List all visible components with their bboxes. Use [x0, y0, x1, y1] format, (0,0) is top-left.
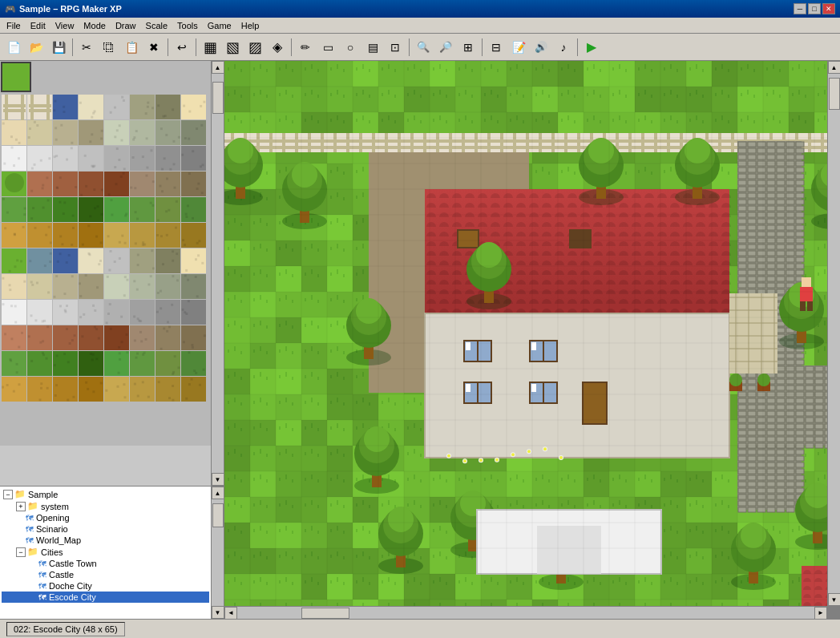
tree-item-system[interactable]: + 📁 system — [2, 500, 209, 512]
tree-label-scinario: Scinario — [36, 524, 68, 534]
menu-edit[interactable]: Edit — [26, 19, 50, 32]
pencil-button[interactable]: ✏ — [295, 37, 316, 58]
tile-palette[interactable]: ▲ ▼ — [0, 61, 224, 487]
map-hscroll-left[interactable]: ◄ — [224, 607, 237, 620]
tree-label-castle: Castle — [49, 570, 74, 579]
undo-button[interactable]: ↩ — [172, 37, 192, 58]
map-area[interactable]: ▲ ▼ ◄ ► — [224, 61, 840, 619]
status-coords: 022: Escode City (48 x 65) — [6, 622, 125, 636]
map-icon-escode-city: 🗺 — [38, 593, 46, 602]
tree-item-world-map[interactable]: 🗺 World_Map — [2, 535, 209, 546]
zoom-out-button[interactable]: 🔎 — [435, 37, 456, 58]
sep4 — [291, 38, 292, 56]
tree-label-castle-town: Castle Town — [49, 559, 97, 568]
menu-scale[interactable]: Scale — [141, 19, 173, 32]
copy-button[interactable]: ⿻ — [99, 37, 119, 58]
expand-sample[interactable]: − — [3, 490, 13, 499]
new-button[interactable]: 📄 — [3, 37, 24, 58]
tree-item-cities[interactable]: − 📁 Cities — [2, 546, 209, 558]
tree-scroll-thumb[interactable] — [212, 503, 224, 527]
zoom-fit-button[interactable]: ⊞ — [458, 37, 479, 58]
rect-button[interactable]: ▭ — [317, 37, 338, 58]
sep2 — [168, 38, 168, 56]
play-button[interactable]: ▶ — [581, 37, 602, 58]
tree-item-escode-city[interactable]: 🗺 Escode City — [2, 592, 209, 603]
tree-item-castle-town[interactable]: 🗺 Castle Town — [2, 558, 209, 569]
layer2-button[interactable]: ▧ — [222, 37, 243, 58]
delete-button[interactable]: ✖ — [143, 37, 164, 58]
menu-file[interactable]: File — [2, 19, 26, 32]
title-bar-controls: ─ □ ✕ — [794, 3, 835, 14]
map-icon-castle-town: 🗺 — [38, 559, 46, 568]
map-vscroll-up[interactable]: ▲ — [828, 61, 841, 74]
palette-canvas — [0, 61, 212, 446]
map-canvas — [224, 61, 827, 606]
tree-scroll-up[interactable]: ▲ — [212, 487, 224, 499]
select-button[interactable]: ⊡ — [385, 37, 406, 58]
open-button[interactable]: 📂 — [26, 37, 46, 58]
title-bar: 🎮 Sample – RPG Maker XP ─ □ ✕ — [0, 0, 840, 18]
tree-scroll-down[interactable]: ▼ — [212, 606, 224, 619]
tree-item-doche-city[interactable]: 🗺 Doche City — [2, 580, 209, 592]
map-hscroll-track[interactable] — [237, 607, 814, 620]
layer3-button[interactable]: ▨ — [244, 37, 265, 58]
left-panel: ▲ ▼ ▲ ▼ − 📁 Sample — [0, 61, 224, 619]
script-button[interactable]: 📝 — [508, 37, 529, 58]
map-icon-castle: 🗺 — [38, 571, 46, 579]
tree-scroll-track[interactable] — [212, 499, 224, 606]
expand-system[interactable]: + — [16, 502, 26, 511]
palette-scroll-up[interactable]: ▲ — [212, 61, 224, 74]
map-vscroll-down[interactable]: ▼ — [828, 593, 841, 606]
save-button[interactable]: 💾 — [48, 37, 69, 58]
audio-button[interactable]: 🔊 — [531, 37, 551, 58]
map-vscroll-thumb[interactable] — [829, 78, 840, 110]
menu-help[interactable]: Help — [236, 19, 265, 32]
app-icon: 🎮 — [5, 4, 16, 14]
folder-icon-sample: 📁 — [14, 489, 26, 499]
cut-button[interactable]: ✂ — [76, 37, 97, 58]
map-hscroll: ◄ ► — [224, 606, 827, 619]
minimize-button[interactable]: ─ — [794, 3, 806, 14]
map-vscroll-track[interactable] — [828, 74, 841, 593]
maximize-button[interactable]: □ — [808, 3, 821, 14]
window-title: Sample – RPG Maker XP — [19, 4, 122, 14]
menu-mode[interactable]: Mode — [79, 19, 111, 32]
main-layout: ▲ ▼ ▲ ▼ − 📁 Sample — [0, 61, 840, 619]
tree-item-opening[interactable]: 🗺 Opening — [2, 512, 209, 523]
map-hscroll-right[interactable]: ► — [814, 607, 827, 620]
tree-item-scinario[interactable]: 🗺 Scinario — [2, 523, 209, 535]
tree-content: − 📁 Sample + 📁 system 🗺 Opening — [0, 487, 224, 604]
menu-view[interactable]: View — [50, 19, 79, 32]
menu-draw[interactable]: Draw — [111, 19, 141, 32]
layer1-button[interactable]: ▦ — [200, 37, 220, 58]
sep7 — [577, 38, 578, 56]
sep5 — [409, 38, 410, 56]
sep6 — [482, 38, 483, 56]
palette-scroll-thumb[interactable] — [212, 82, 224, 114]
map-tree: ▲ ▼ − 📁 Sample + 📁 system — [0, 487, 224, 619]
folder-icon-system: 📁 — [27, 501, 38, 511]
paste-button[interactable]: 📋 — [121, 37, 142, 58]
palette-scrollbar: ▲ ▼ — [211, 61, 224, 486]
music-button[interactable]: ♪ — [553, 37, 574, 58]
events-button[interactable]: ◈ — [267, 37, 288, 58]
tree-label-sample: Sample — [28, 490, 58, 499]
tree-label-escode-city: Escode City — [49, 592, 96, 602]
fill-button[interactable]: ▤ — [362, 37, 383, 58]
zoom-in-button[interactable]: 🔍 — [413, 37, 434, 58]
expand-cities[interactable]: − — [16, 547, 26, 557]
palette-scroll-down[interactable]: ▼ — [212, 473, 224, 486]
menu-game[interactable]: Game — [203, 19, 236, 32]
map-hscroll-thumb[interactable] — [301, 608, 349, 619]
database-button[interactable]: ⊟ — [486, 37, 507, 58]
status-bar: 022: Escode City (48 x 65) — [0, 619, 840, 638]
map-icon-world-map: 🗺 — [26, 536, 34, 545]
tree-item-sample[interactable]: − 📁 Sample — [2, 488, 209, 500]
close-button[interactable]: ✕ — [822, 3, 835, 14]
ellipse-button[interactable]: ○ — [340, 37, 361, 58]
menu-bar: File Edit View Mode Draw Scale Tools Gam… — [0, 18, 840, 34]
sep1 — [72, 38, 73, 56]
tree-item-castle[interactable]: 🗺 Castle — [2, 569, 209, 580]
menu-tools[interactable]: Tools — [172, 19, 203, 32]
palette-scroll-track[interactable] — [212, 74, 224, 473]
